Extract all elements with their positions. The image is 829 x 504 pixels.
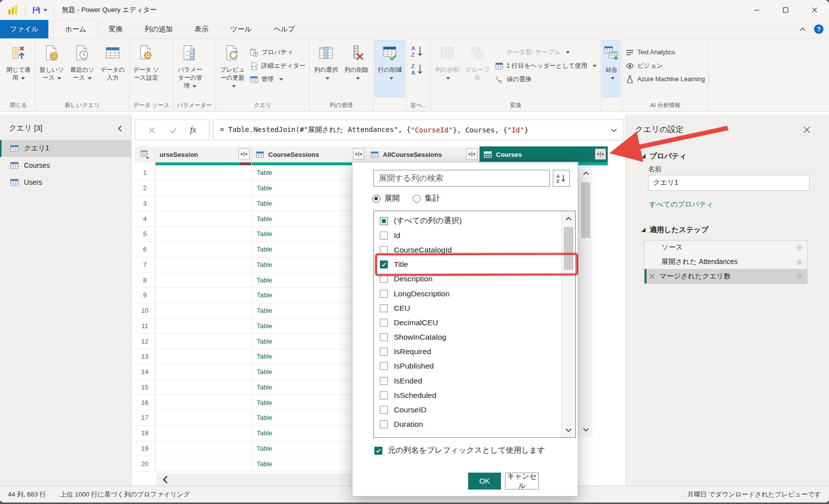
step-settings-gear-icon[interactable] — [796, 258, 803, 266]
cell[interactable] — [156, 365, 252, 380]
column-option-LongDescription[interactable]: LongDescription — [380, 286, 560, 301]
column-option-CourseID[interactable]: CourseID — [380, 402, 560, 417]
cell[interactable] — [156, 288, 252, 303]
cell[interactable] — [156, 426, 252, 441]
minimize-button[interactable] — [742, 0, 771, 20]
close-settings-icon[interactable] — [803, 126, 811, 134]
applied-step-マージされたクエリ数[interactable]: マージされたクエリ数 — [645, 269, 807, 283]
cell[interactable] — [156, 456, 252, 472]
refresh-preview-button[interactable]: プレビューの更新 — [217, 40, 247, 97]
cell-table-link[interactable]: Table — [252, 456, 366, 472]
radio-button-icon[interactable] — [372, 195, 380, 203]
cell-table-link[interactable]: Table — [252, 426, 366, 441]
scroll-down-icon[interactable] — [579, 422, 593, 436]
cell[interactable] — [156, 395, 252, 410]
column-header-Courses[interactable]: Courses — [480, 146, 608, 162]
query-item-Courses[interactable]: Courses — [0, 157, 131, 174]
cell[interactable] — [156, 380, 252, 395]
column-option-IsScheduled[interactable]: IsScheduled — [380, 388, 560, 402]
unchecked-checkbox-icon[interactable] — [380, 319, 388, 327]
close-and-apply-button[interactable]: 閉じて適用 — [3, 40, 33, 97]
unchecked-checkbox-icon[interactable] — [380, 362, 388, 370]
cell[interactable] — [156, 441, 252, 457]
column-option-CourseCatalogId[interactable]: CourseCatalogId — [380, 243, 560, 257]
cell-table-link[interactable]: Table — [252, 242, 366, 257]
cell-table-link[interactable]: Table — [252, 365, 366, 380]
properties-button[interactable]: プロパティ — [250, 47, 306, 57]
azure-machine-learning-button[interactable]: Azure Machine Learning — [626, 74, 705, 84]
radio-集計[interactable]: 集計 — [413, 193, 440, 204]
combine-button[interactable]: 結合 — [602, 40, 620, 97]
new-source-button[interactable]: 新しいソース — [37, 40, 67, 97]
replace-values-button[interactable]: 12値の置換 — [495, 74, 597, 84]
cell[interactable] — [156, 227, 252, 242]
tab-home[interactable]: ホーム — [53, 20, 98, 38]
tab-file[interactable]: ファイル — [0, 20, 48, 38]
column-header-urseSession[interactable]: urseSession — [156, 146, 252, 162]
expand-column-icon[interactable] — [595, 148, 606, 160]
tab-add-column[interactable]: 列の追加 — [134, 20, 183, 38]
delete-step-icon[interactable] — [649, 273, 656, 280]
cell-table-link[interactable]: Table — [252, 349, 366, 365]
cell[interactable] — [156, 211, 252, 227]
cell-table-link[interactable]: Table — [252, 395, 366, 410]
scrollbar-thumb[interactable] — [564, 227, 573, 270]
group-by-button[interactable]: グループ化 — [463, 40, 493, 97]
quick-access-caret-icon[interactable] — [43, 9, 47, 13]
grid-vertical-scrollbar[interactable] — [578, 165, 592, 437]
vision-button[interactable]: ビジョン — [626, 61, 705, 71]
scroll-up-icon[interactable] — [562, 212, 575, 226]
applied-steps-section-header[interactable]: 適用したステップ — [641, 225, 708, 235]
checklist-scrollbar[interactable] — [561, 211, 575, 437]
data-source-settings-button[interactable]: データ ソース設定 — [131, 40, 161, 97]
radio-button-icon[interactable] — [413, 195, 421, 203]
reduce-rows-button[interactable]: 行の削減 — [375, 40, 405, 97]
formula-input[interactable]: = Table.NestedJoin(#"展開された Attendances",… — [213, 120, 624, 140]
column-option-ShowInCatalog[interactable]: ShowInCatalog — [380, 330, 560, 345]
use-first-row-as-headers-button[interactable]: 1 行目をヘッダーとして使用 — [495, 61, 597, 71]
remove-columns-button[interactable]: 列の削除 — [341, 40, 371, 97]
select-all-header[interactable] — [135, 146, 156, 162]
split-column-button[interactable]: 列の分割 — [432, 40, 462, 97]
cell[interactable] — [156, 181, 252, 196]
data-type-button[interactable]: データ型: テーブル — [495, 47, 597, 57]
cell[interactable] — [156, 196, 252, 212]
close-button[interactable] — [800, 0, 829, 20]
search-columns-input[interactable] — [373, 170, 550, 187]
text-analytics-button[interactable]: Text Analytics — [626, 47, 705, 57]
cell-table-link[interactable]: Table — [252, 288, 366, 303]
maximize-button[interactable] — [771, 0, 800, 20]
recent-sources-button[interactable]: 最近のソース — [67, 40, 97, 97]
manage-parameters-button[interactable]: パラメーターの管理 — [175, 40, 205, 97]
query-name-input[interactable] — [648, 175, 810, 191]
unchecked-checkbox-icon[interactable] — [380, 406, 388, 414]
scroll-left-icon[interactable] — [161, 475, 170, 485]
cell[interactable] — [156, 257, 252, 273]
unchecked-checkbox-icon[interactable] — [380, 377, 388, 385]
unchecked-checkbox-icon[interactable] — [380, 348, 388, 356]
checked-checkbox-icon[interactable] — [380, 260, 388, 268]
tab-transform[interactable]: 変換 — [98, 20, 134, 38]
sort-ascending-button[interactable]: AZ — [410, 44, 424, 60]
manage-button[interactable]: 管理 — [250, 74, 306, 84]
sort-descending-button[interactable]: ZA — [410, 62, 424, 78]
unchecked-checkbox-icon[interactable] — [380, 333, 388, 341]
unchecked-checkbox-icon[interactable] — [380, 391, 388, 399]
cell-table-link[interactable]: Table — [252, 165, 366, 181]
cell[interactable] — [156, 242, 252, 257]
cell-table-link[interactable]: Table — [252, 196, 366, 212]
column-option-Title[interactable]: Title — [380, 257, 560, 272]
expand-formula-icon[interactable] — [610, 126, 618, 134]
unchecked-checkbox-icon[interactable] — [380, 232, 388, 240]
step-settings-gear-icon[interactable] — [796, 244, 803, 252]
cell[interactable] — [156, 272, 252, 288]
column-option-Id[interactable]: Id — [380, 228, 560, 243]
cell-table-link[interactable]: Table — [252, 441, 366, 457]
column-option-CEU[interactable]: CEU — [380, 301, 560, 315]
commit-formula-icon[interactable] — [169, 126, 177, 134]
scrollbar-thumb[interactable] — [581, 182, 590, 238]
column-option-IsPublished[interactable]: IsPublished — [380, 359, 560, 374]
unchecked-checkbox-icon[interactable] — [380, 304, 388, 312]
cell-table-link[interactable]: Table — [252, 181, 366, 196]
cell-table-link[interactable]: Table — [252, 211, 366, 227]
